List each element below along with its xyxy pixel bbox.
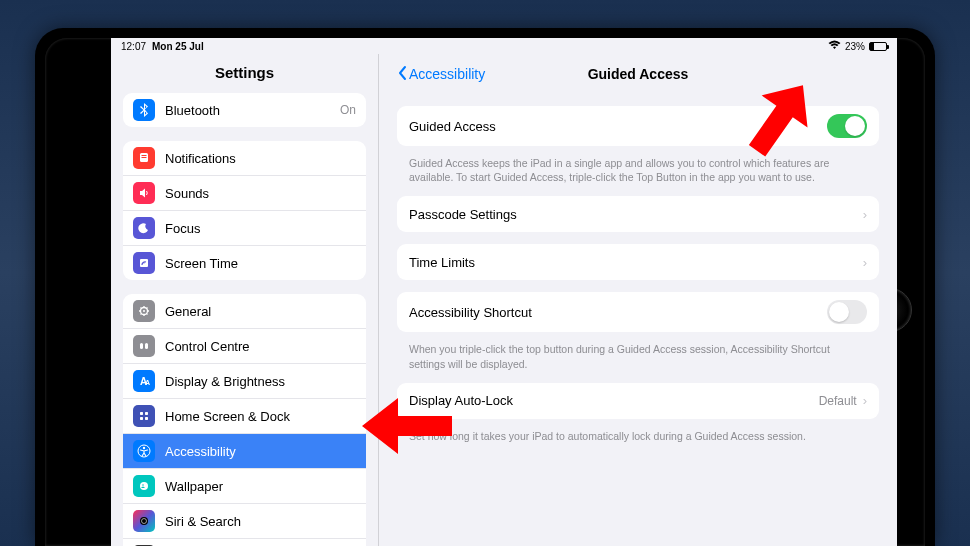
svg-point-6 — [143, 310, 145, 312]
sidebar-item-screen-time[interactable]: Screen Time — [123, 246, 366, 280]
svg-point-16 — [143, 447, 145, 449]
display-icon: AA — [133, 370, 155, 392]
row-label: Guided Access — [409, 119, 496, 134]
svg-point-4 — [144, 263, 145, 264]
notifications-icon — [133, 147, 155, 169]
annotation-arrow-left — [362, 398, 452, 454]
guided-access-toggle[interactable] — [827, 114, 867, 138]
row-label: Passcode Settings — [409, 207, 517, 222]
row-accessibility-shortcut[interactable]: Accessibility Shortcut — [397, 292, 879, 332]
svg-text:A: A — [145, 379, 150, 386]
svg-point-18 — [142, 484, 144, 486]
row-display-auto-lock[interactable]: Display Auto-Lock Default › — [397, 383, 879, 419]
sidebar-item-label: Sounds — [165, 186, 356, 201]
svg-rect-12 — [145, 412, 148, 415]
sidebar-item-display[interactable]: AA Display & Brightness — [123, 364, 366, 399]
accessibility-icon — [133, 440, 155, 462]
svg-rect-8 — [145, 343, 148, 349]
auto-lock-footer: Set how long it takes your iPad to autom… — [397, 425, 879, 443]
sidebar-item-label: General — [165, 304, 356, 319]
sidebar-item-general[interactable]: General — [123, 294, 366, 329]
battery-percent: 23% — [845, 41, 865, 52]
sidebar-item-wallpaper[interactable]: Wallpaper — [123, 469, 366, 504]
sidebar-item-apple-pencil[interactable]: Apple Pencil — [123, 539, 366, 546]
svg-rect-7 — [140, 343, 143, 349]
sidebar-item-label: Focus — [165, 221, 356, 236]
page-title: Guided Access — [588, 66, 689, 82]
sidebar-item-label: Bluetooth — [165, 103, 330, 118]
row-label: Accessibility Shortcut — [409, 305, 532, 320]
row-label: Time Limits — [409, 255, 475, 270]
back-label: Accessibility — [409, 66, 485, 82]
wallpaper-icon — [133, 475, 155, 497]
row-time-limits[interactable]: Time Limits › — [397, 244, 879, 280]
sidebar-item-accessibility[interactable]: Accessibility — [123, 434, 366, 469]
svg-point-17 — [140, 482, 148, 490]
chevron-right-icon: › — [863, 393, 867, 408]
bluetooth-value: On — [340, 103, 356, 117]
sidebar-item-home-dock[interactable]: Home Screen & Dock — [123, 399, 366, 434]
sidebar-item-label: Siri & Search — [165, 514, 356, 529]
sidebar-item-focus[interactable]: Focus — [123, 211, 366, 246]
wifi-icon — [828, 40, 841, 52]
general-icon — [133, 300, 155, 322]
chevron-left-icon — [397, 65, 407, 84]
row-passcode-settings[interactable]: Passcode Settings › — [397, 196, 879, 232]
home-dock-icon — [133, 405, 155, 427]
bluetooth-icon — [133, 99, 155, 121]
status-bar: 12:07 Mon 25 Jul 23% — [111, 38, 897, 54]
battery-icon — [869, 42, 887, 51]
chevron-right-icon: › — [863, 255, 867, 270]
sounds-icon — [133, 182, 155, 204]
siri-icon — [133, 510, 155, 532]
svg-rect-2 — [142, 157, 147, 158]
status-time: 12:07 — [121, 41, 146, 52]
auto-lock-value: Default — [819, 394, 863, 408]
control-centre-icon — [133, 335, 155, 357]
sidebar-item-label: Display & Brightness — [165, 374, 356, 389]
accessibility-shortcut-toggle[interactable] — [827, 300, 867, 324]
sidebar-group-connectivity: Bluetooth On — [123, 93, 366, 127]
sidebar-item-label: Accessibility — [165, 444, 356, 459]
sidebar-item-label: Notifications — [165, 151, 356, 166]
sidebar-item-label: Wallpaper — [165, 479, 356, 494]
sidebar-title: Settings — [111, 54, 378, 93]
annotation-arrow-top — [740, 78, 820, 158]
svg-rect-13 — [140, 417, 143, 420]
sidebar-item-control-centre[interactable]: Control Centre — [123, 329, 366, 364]
svg-rect-11 — [140, 412, 143, 415]
sidebar-group-device: General Control Centre AA D — [123, 294, 366, 546]
svg-rect-1 — [142, 155, 147, 156]
sidebar-item-sounds[interactable]: Sounds — [123, 176, 366, 211]
focus-icon — [133, 217, 155, 239]
sidebar-item-label: Home Screen & Dock — [165, 409, 356, 424]
sidebar-item-label: Control Centre — [165, 339, 356, 354]
sidebar-item-label: Screen Time — [165, 256, 356, 271]
sidebar-item-siri[interactable]: Siri & Search — [123, 504, 366, 539]
accessibility-shortcut-footer: When you triple-click the top button dur… — [397, 338, 879, 370]
svg-rect-14 — [145, 417, 148, 420]
sidebar-item-bluetooth[interactable]: Bluetooth On — [123, 93, 366, 127]
chevron-right-icon: › — [863, 207, 867, 222]
status-date: Mon 25 Jul — [152, 41, 204, 52]
screen-time-icon — [133, 252, 155, 274]
settings-sidebar: Settings Bluetooth On — [111, 54, 379, 546]
back-button[interactable]: Accessibility — [397, 65, 485, 84]
sidebar-item-notifications[interactable]: Notifications — [123, 141, 366, 176]
sidebar-group-alerts: Notifications Sounds Focus — [123, 141, 366, 280]
